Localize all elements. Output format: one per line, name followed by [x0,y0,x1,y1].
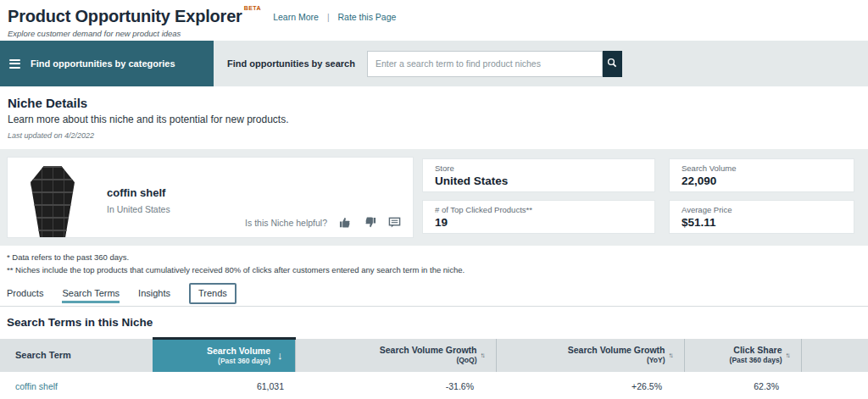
stat-label: # of Top Clicked Products** [435,205,643,214]
niche-product-image [31,166,75,237]
niche-tabs: Products Search Terms Insights Trends [0,280,868,307]
link-separator: | [327,13,330,22]
niche-details-title: Niche Details [8,96,868,110]
column-header-click-share[interactable]: Click Share (Past 360 days) ↑↓ [684,339,801,372]
thumbs-up-icon[interactable] [339,216,352,229]
search-button[interactable] [603,51,622,77]
categories-menu-label: Find opportunities by categories [31,58,175,69]
search-bar: Find opportunities by search [214,41,868,86]
stat-card-average-price: Average Price $51.11 [669,200,854,234]
tab-products[interactable]: Products [7,288,43,303]
column-header-growth-qoq[interactable]: Search Volume Growth (QoQ) ↑↓ [295,339,496,372]
rate-this-page-link[interactable]: Rate this Page [338,12,397,22]
stat-label: Average Price [682,205,842,214]
tab-insights[interactable]: Insights [138,288,170,303]
sort-descending-icon[interactable]: ↓ [277,349,283,362]
empty-cell [801,372,868,399]
niche-summary-card: coffin shelf In United States Is this Ni… [7,157,414,238]
click-share-cell: 62.3% [684,372,801,399]
sort-icon[interactable]: ↑↓ [786,352,789,359]
column-header-search-volume[interactable]: Search Volume (Past 360 days) ↓ [153,339,295,372]
niche-details-description: Learn more about this niche and its pote… [8,114,868,125]
learn-more-link[interactable]: Learn More [273,12,319,22]
tab-trends[interactable]: Trends [189,283,236,304]
stat-label: Search Volume [682,163,842,173]
search-label: Find opportunities by search [227,58,355,69]
column-header-empty [801,339,868,372]
stat-value: United States [435,175,643,187]
helpful-question-label: Is this Niche helpful? [245,218,327,228]
search-term-link[interactable]: coffin shelf [15,381,58,391]
column-header-growth-yoy[interactable]: Search Volume Growth (YoY) ↑↓ [496,339,684,372]
last-updated-text: Last updated on 4/2/2022 [8,131,868,140]
stat-value: $51.11 [682,216,842,229]
niche-location: In United States [107,204,170,214]
stat-card-store: Store United States [422,158,655,192]
column-header-search-term: Search Term [0,339,153,372]
page-subtitle: Explore customer demand for new product … [8,29,868,38]
page-title: Product Opportunity Explorer [8,7,242,26]
cards-region: coffin shelf In United States Is this Ni… [0,149,868,246]
footnote-niche-definition: ** Niches include the top products that … [7,264,868,277]
table-row: coffin shelf 61,031 -31.6% +26.5% 62.3% [0,372,868,399]
comment-icon[interactable] [388,216,401,229]
hamburger-icon [9,59,20,69]
niche-details-section: Niche Details Learn more about this nich… [0,86,868,149]
tab-search-terms[interactable]: Search Terms [62,288,120,303]
search-volume-cell: 61,031 [153,372,295,399]
navbar: Find opportunities by categories Find op… [0,41,868,86]
stat-card-search-volume: Search Volume 22,090 [669,158,854,192]
stats-grid: Store United States Search Volume 22,090… [422,157,854,246]
sort-icon[interactable]: ↑↓ [481,352,484,359]
niche-name: coffin shelf [107,186,170,199]
footnote-data-period: * Data refers to the past 360 days. [7,252,868,264]
section-title: Search Terms in this Niche [0,307,868,337]
growth-qoq-cell: -31.6% [295,372,496,399]
search-term-cell: coffin shelf [0,372,153,399]
stat-value: 22,090 [682,175,842,187]
footnotes: * Data refers to the past 360 days. ** N… [0,246,868,280]
categories-menu-button[interactable]: Find opportunities by categories [0,41,214,86]
stat-value: 19 [435,216,643,229]
table-header-row: Search Term Search Volume (Past 360 days… [0,339,868,372]
app-header: Product Opportunity Explorer BETA Learn … [0,0,868,41]
search-icon [607,58,617,70]
search-input[interactable] [367,51,603,77]
search-terms-table: Search Term Search Volume (Past 360 days… [0,337,868,399]
growth-yoy-cell: +26.5% [496,372,684,399]
beta-badge: BETA [244,5,262,11]
sort-icon[interactable]: ↑↓ [669,352,672,359]
thumbs-down-icon[interactable] [364,216,376,229]
stat-card-top-clicked-products: # of Top Clicked Products** 19 [422,200,655,234]
stat-label: Store [435,163,643,173]
